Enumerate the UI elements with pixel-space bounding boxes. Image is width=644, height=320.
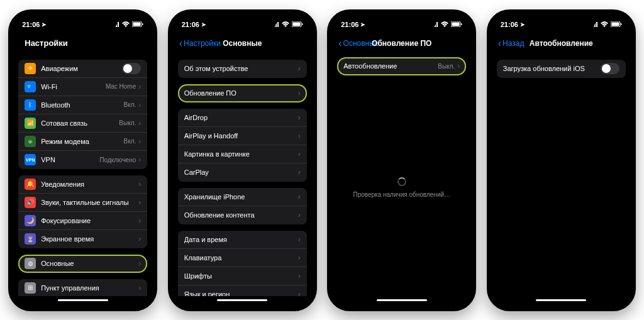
row-about[interactable]: Об этом устройстве› <box>178 60 307 78</box>
notch <box>48 16 118 30</box>
general-group-storage: Хранилище iPhone› Обновление контента› <box>178 188 307 224</box>
chevron-left-icon: ‹ <box>338 38 341 48</box>
cellular-icon: 📶 <box>25 118 36 129</box>
location-indicator-icon: ➤ <box>42 21 47 28</box>
home-indicator[interactable] <box>174 296 311 305</box>
location-indicator-icon: ➤ <box>201 21 206 28</box>
home-indicator[interactable] <box>14 296 151 305</box>
wifi-status-icon <box>441 21 448 27</box>
chevron-left-icon: ‹ <box>498 38 501 48</box>
status-time: 21:06 <box>501 21 518 28</box>
phone-settings: 21:06➤ Настройки ✈Авиарежим ᯤWi-FiMac Ho… <box>8 9 157 311</box>
status-time: 21:06 <box>341 21 358 28</box>
chevron-right-icon: › <box>138 259 141 268</box>
row-download-ios-updates[interactable]: Загрузка обновлений iOS <box>497 60 626 78</box>
download-updates-toggle[interactable] <box>601 63 619 74</box>
wifi-icon: ᯤ <box>25 81 36 92</box>
battery-icon <box>292 21 303 27</box>
battery-icon <box>132 21 143 27</box>
notch <box>208 16 277 30</box>
row-carplay[interactable]: CarPlay› <box>178 163 307 182</box>
svg-rect-5 <box>133 23 141 26</box>
row-control-center[interactable]: ⊞Пункт управления› <box>18 279 147 296</box>
status-time: 21:06 <box>182 21 199 28</box>
row-software-update[interactable]: Обновление ПО› <box>178 84 307 102</box>
row-refresh[interactable]: Обновление контента› <box>178 206 307 224</box>
back-button[interactable]: ‹Назад <box>498 38 525 48</box>
chevron-right-icon: › <box>298 211 301 219</box>
svg-rect-3 <box>118 22 119 27</box>
wifi-status-icon <box>601 21 608 27</box>
row-airplane[interactable]: ✈Авиарежим <box>18 60 147 78</box>
wifi-status-icon <box>282 21 289 27</box>
row-screentime[interactable]: ⏳Экранное время› <box>18 230 147 248</box>
checking-label: Проверка наличия обновлений… <box>353 191 450 198</box>
row-sounds[interactable]: 🔊Звуки, тактильные сигналы› <box>18 194 147 212</box>
chevron-right-icon: › <box>298 64 301 73</box>
bell-icon: 🔔 <box>25 179 36 190</box>
svg-rect-19 <box>452 23 460 26</box>
sound-icon: 🔊 <box>25 197 36 208</box>
svg-rect-6 <box>142 23 143 25</box>
row-general[interactable]: ⚙Основные› <box>18 255 147 273</box>
chevron-right-icon: › <box>138 137 141 146</box>
chevron-right-icon: › <box>298 253 301 262</box>
row-airplay[interactable]: AirPlay и Handoff› <box>178 127 307 145</box>
notch <box>367 16 436 30</box>
phone-auto-update: 21:06➤ ‹Назад Автообновление Загрузка об… <box>487 9 636 311</box>
chevron-right-icon: › <box>298 290 301 296</box>
svg-rect-12 <box>292 23 300 26</box>
chevron-right-icon: › <box>138 216 141 225</box>
row-airdrop[interactable]: AirDrop› <box>178 109 307 127</box>
hotspot-icon: ⍟ <box>25 136 36 147</box>
moon-icon: 🌙 <box>25 215 36 226</box>
general-group-air: AirDrop› AirPlay и Handoff› Картинка в к… <box>178 109 307 182</box>
row-pip[interactable]: Картинка в картинке› <box>178 145 307 163</box>
settings-group-system: ⊞Пункт управления› AAЭкран и яркость› ▦Э… <box>18 279 147 296</box>
spinner-icon <box>397 177 406 186</box>
home-indicator[interactable] <box>333 296 470 305</box>
row-notifications[interactable]: 🔔Уведомления› <box>18 175 147 194</box>
chevron-right-icon: › <box>138 101 141 109</box>
general-group-update-highlighted: Обновление ПО› <box>178 84 307 102</box>
page-title: Автообновление <box>530 39 593 48</box>
row-cellular[interactable]: 📶Сотовая связьВыкл.› <box>18 114 147 133</box>
row-datetime[interactable]: Дата и время› <box>178 231 307 249</box>
general-group-locale: Дата и время› Клавиатура› Шрифты› Язык и… <box>178 231 307 296</box>
chevron-right-icon: › <box>298 131 301 140</box>
battery-icon <box>451 21 462 27</box>
chevron-right-icon: › <box>138 119 141 128</box>
phone-software-update: 21:06➤ ‹Основные Обновление ПО Автообнов… <box>327 9 476 311</box>
chevron-right-icon: › <box>138 198 141 207</box>
chevron-right-icon: › <box>457 62 460 70</box>
row-language[interactable]: Язык и регион› <box>178 285 307 296</box>
chevron-right-icon: › <box>298 235 301 244</box>
chevron-right-icon: › <box>298 150 301 158</box>
page-title: Настройки <box>19 38 68 48</box>
auto-update-group: Загрузка обновлений iOS <box>497 60 626 78</box>
chevron-right-icon: › <box>138 234 141 243</box>
airplane-toggle[interactable] <box>122 63 141 74</box>
home-indicator[interactable] <box>493 296 630 305</box>
row-fonts[interactable]: Шрифты› <box>178 267 307 285</box>
settings-group-notifications: 🔔Уведомления› 🔊Звуки, тактильные сигналы… <box>18 175 147 248</box>
row-focus[interactable]: 🌙Фокусирование› <box>18 212 147 230</box>
row-wifi[interactable]: ᯤWi-FiMac Home› <box>18 78 147 96</box>
settings-group-general-highlighted: ⚙Основные› <box>18 255 147 273</box>
row-bluetooth[interactable]: ᛒBluetoothВкл.› <box>18 96 147 114</box>
svg-rect-13 <box>302 23 303 25</box>
row-keyboard[interactable]: Клавиатура› <box>178 249 307 267</box>
row-vpn[interactable]: VPNVPNПодключено› <box>18 151 147 169</box>
airplane-icon: ✈ <box>25 63 36 74</box>
row-hotspot[interactable]: ⍟Режим модемаВкл.› <box>18 133 147 151</box>
checking-status: Проверка наличия обновлений… <box>337 79 466 296</box>
svg-rect-10 <box>277 22 279 27</box>
back-button[interactable]: ‹Настройки <box>179 38 221 48</box>
chevron-right-icon: › <box>298 113 301 122</box>
chevron-right-icon: › <box>298 168 301 177</box>
row-auto-update[interactable]: АвтообновлениеВыкл.› <box>337 57 466 75</box>
row-storage[interactable]: Хранилище iPhone› <box>178 188 307 206</box>
chevron-right-icon: › <box>138 180 141 189</box>
status-time: 21:06 <box>22 21 40 28</box>
chevron-right-icon: › <box>298 272 301 280</box>
